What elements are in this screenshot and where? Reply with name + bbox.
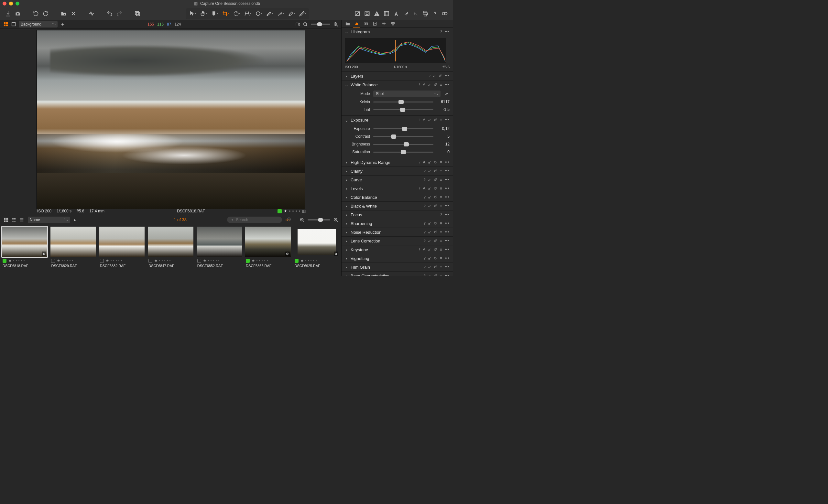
tab-settings-icon[interactable] [381,20,387,27]
saturation-slider[interactable] [373,152,433,152]
preset-icon[interactable]: ≡ [440,239,442,243]
browser-search[interactable]: ▾ ⓧ [227,217,282,223]
tab-process-icon[interactable] [390,20,396,27]
copy-icon[interactable]: ↙ [428,239,431,243]
copy-icon[interactable]: ↙ [428,195,431,199]
zoom-fit-label[interactable]: Fit [296,22,300,27]
annotate-tool-icon[interactable]: ▾ [298,9,307,18]
pointer-tool-icon[interactable]: ▾ [188,9,197,18]
help-icon[interactable]: ? [418,160,420,165]
crop-tool-icon[interactable]: ▾ [220,9,230,18]
contrast-slider[interactable] [373,136,433,137]
help-icon[interactable]: ? [423,256,425,261]
eyedropper-icon[interactable] [444,91,450,96]
keystone-tool-icon[interactable]: ▾ [243,9,252,18]
annotation-toggle-icon[interactable] [391,9,401,18]
preset-icon[interactable]: ≡ [440,83,442,87]
contrast-value[interactable]: 5 [437,134,450,139]
chevron-down-icon[interactable]: ⌄ [345,118,348,123]
preset-icon[interactable]: ≡ [440,204,442,208]
sort-direction-icon[interactable]: ▲ [73,218,76,222]
rating[interactable]: ★ [8,259,25,263]
rating[interactable]: ★ [300,259,317,263]
reset-icon[interactable]: ↺ [434,204,437,208]
more-icon[interactable]: ••• [444,239,450,243]
reset-icon[interactable]: ↺ [434,186,437,191]
color-tag[interactable] [278,209,282,213]
import-icon[interactable] [3,9,13,18]
brightness-slider[interactable] [373,144,433,145]
reset-icon[interactable]: ↺ [434,239,437,243]
move-to-folder-icon[interactable] [59,9,69,18]
reset-icon[interactable]: ↺ [434,265,437,269]
preset-icon[interactable]: ≡ [440,247,442,252]
copy-icon[interactable]: ↙ [428,256,431,261]
more-icon[interactable]: ••• [444,169,450,173]
eyedropper-tool-icon[interactable]: ▾ [276,9,285,18]
thumbs-view-icon[interactable] [3,217,9,223]
saturation-value[interactable]: 0 [437,150,450,154]
more-icon[interactable]: ••• [444,178,450,182]
reset-adjustments-icon[interactable] [87,9,96,18]
help-icon[interactable]: ? [423,195,425,200]
help-icon[interactable]: ? [423,239,425,243]
more-icon[interactable]: ••• [444,204,450,208]
more-icon[interactable]: ••• [444,221,450,226]
copy-icon[interactable]: ↙ [428,186,431,191]
exposure-sim-icon[interactable] [362,9,372,18]
more-icon[interactable]: ••• [444,30,450,34]
filmstrip-view-icon[interactable] [19,217,25,223]
chevron-right-icon[interactable]: › [345,204,348,209]
chevron-right-icon[interactable]: › [345,247,348,252]
adjust-brush-tool-icon[interactable]: ▾ [287,9,296,18]
grid-icon[interactable] [382,9,391,18]
copy-icon[interactable]: ↙ [428,230,431,234]
exposure-value[interactable]: 0,12 [437,126,450,131]
chevron-right-icon[interactable]: › [345,160,348,165]
print-icon[interactable] [420,9,430,18]
thumbnail[interactable]: ⚙★DSCF6818.RAF [1,226,48,275]
copy-icon[interactable]: ↙ [428,169,431,173]
auto-icon[interactable]: A [423,186,425,191]
help-icon[interactable]: ? [440,213,442,217]
help-icon[interactable]: ? [418,83,420,87]
sort-select[interactable]: Name [28,217,70,223]
single-view-icon[interactable] [11,22,16,27]
chevron-right-icon[interactable]: › [345,230,348,235]
layer-select[interactable]: Background [19,21,57,28]
warning-icon[interactable] [372,9,382,18]
chevron-right-icon[interactable]: › [345,169,348,174]
paste-adjust-icon[interactable] [411,9,420,18]
zoom-out-icon[interactable] [303,22,307,27]
reset-icon[interactable]: ↺ [434,230,437,234]
pan-tool-icon[interactable]: ▾ [199,9,208,18]
rotate-right-icon[interactable] [41,9,50,18]
copy-icon[interactable]: ↙ [428,274,431,276]
viewer[interactable] [0,29,341,207]
help-icon[interactable]: ? [423,178,425,182]
thumbnail[interactable]: ⚙★DSCF6847.RAF [147,226,194,275]
color-tag[interactable] [100,259,104,263]
list-view-icon[interactable] [11,217,17,223]
overlay-icon[interactable] [353,9,362,18]
thumbnail[interactable]: ⚙★DSCF6852.RAF [196,226,243,275]
rating[interactable]: ★ [106,259,122,263]
rating[interactable]: ★ [203,259,219,263]
preset-icon[interactable]: ≡ [440,178,442,182]
capture-icon[interactable] [13,9,23,18]
browser[interactable]: ⚙★DSCF6818.RAF⚙★DSCF6829.RAF⚙★DSCF6832.R… [0,224,341,276]
thumbnail[interactable]: ⚙★DSCF6925.RAF [293,226,340,275]
copy-icon[interactable]: ↙ [428,160,431,165]
preset-icon[interactable]: ≡ [440,169,442,173]
preset-icon[interactable]: ≡ [440,221,442,226]
preset-icon[interactable]: ≡ [440,265,442,269]
preset-icon[interactable]: ≡ [440,230,442,234]
more-icon[interactable]: ••• [444,274,450,276]
preset-icon[interactable]: ≡ [440,118,442,122]
tab-exposure-icon[interactable] [354,20,360,27]
more-icon[interactable]: ••• [444,160,450,165]
delete-icon[interactable] [69,9,78,18]
help-icon[interactable]: ? [418,118,420,123]
copy-icon[interactable]: ↙ [428,178,431,182]
copy-icon[interactable]: ↙ [428,265,431,269]
